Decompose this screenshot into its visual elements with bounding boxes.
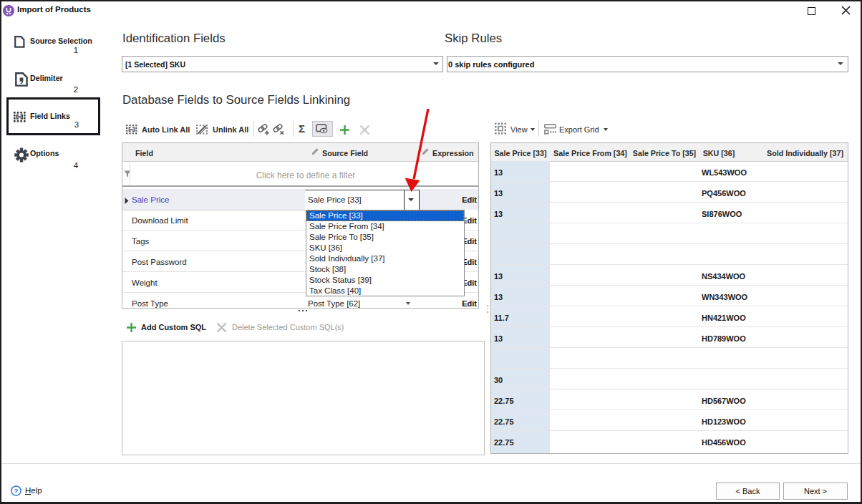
svg-text:?: ? (14, 487, 19, 495)
